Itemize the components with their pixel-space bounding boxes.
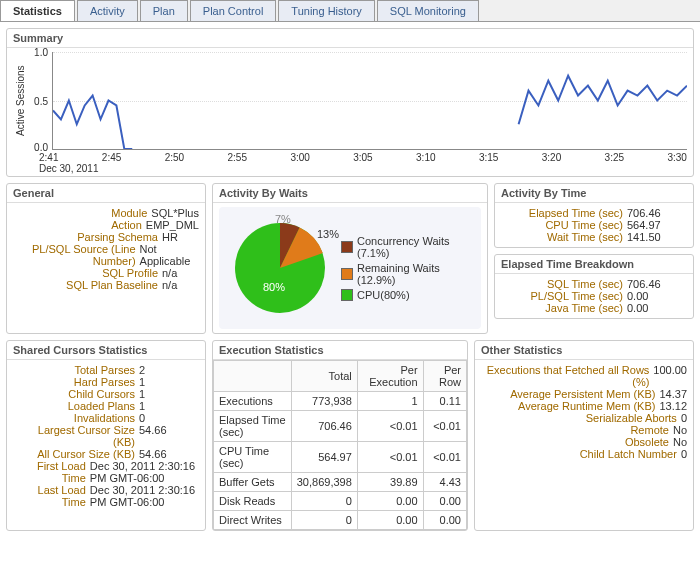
kv-row: Child Latch Number0 (481, 448, 687, 460)
kv-value: 13.12 (659, 400, 687, 412)
kv-row: SQL Profilen/a (13, 267, 199, 279)
tab-sql-monitoring[interactable]: SQL Monitoring (377, 0, 479, 21)
kv-label: Child Cursors (13, 388, 135, 400)
other-title: Other Statistics (475, 341, 693, 360)
kv-label: Last Load Time (13, 484, 86, 508)
kv-value: 0.00 (627, 302, 648, 314)
kv-row: PL/SQL Source (Line Number)Not Applicabl… (13, 243, 199, 267)
kv-label: PL/SQL Source (Line Number) (13, 243, 136, 267)
tab-plan[interactable]: Plan (140, 0, 188, 21)
kv-value: 0.00 (627, 290, 648, 302)
exec-panel: Execution Statistics TotalPer ExecutionP… (212, 340, 468, 531)
kv-value: No (673, 436, 687, 448)
table-cell: CPU Time (sec) (214, 442, 292, 473)
kv-label: Average Persistent Mem (KB) (481, 388, 655, 400)
general-panel: General ModuleSQL*PlusActionEMP_DMLParsi… (6, 183, 206, 334)
kv-value: 0 (681, 448, 687, 460)
kv-row: Parsing SchemaHR (13, 231, 199, 243)
kv-value: 706.46 (627, 278, 661, 290)
ytick: 1.0 (28, 47, 48, 58)
waits-title: Activity By Waits (213, 184, 487, 203)
table-cell: <0.01 (423, 442, 466, 473)
kv-value: 1 (139, 376, 145, 388)
legend-color-icon (341, 241, 353, 253)
kv-label: Largest Cursor Size (KB) (13, 424, 135, 448)
kv-label: CPU Time (sec) (501, 219, 623, 231)
tab-activity[interactable]: Activity (77, 0, 138, 21)
table-cell: 0.00 (357, 511, 423, 530)
kv-row: ModuleSQL*Plus (13, 207, 199, 219)
kv-row: Child Cursors1 (13, 388, 199, 400)
breakdown-title: Elapsed Time Breakdown (495, 255, 693, 274)
kv-label: SQL Time (sec) (501, 278, 623, 290)
table-cell: <0.01 (423, 411, 466, 442)
exec-table: TotalPer ExecutionPer Row Executions773,… (213, 360, 467, 530)
waits-panel: Activity By Waits 7% 13% 80% Concurrency… (212, 183, 488, 334)
kv-row: Java Time (sec)0.00 (501, 302, 687, 314)
kv-label: PL/SQL Time (sec) (501, 290, 623, 302)
table-row: Buffer Gets30,869,39839.894.43 (214, 473, 467, 492)
kv-value: 0 (139, 412, 145, 424)
kv-value: 141.50 (627, 231, 661, 243)
kv-label: Elapsed Time (sec) (501, 207, 623, 219)
kv-value: 706.46 (627, 207, 661, 219)
kv-label: Child Latch Number (481, 448, 677, 460)
kv-label: Total Parses (13, 364, 135, 376)
kv-label: Obsolete (481, 436, 669, 448)
bytime-panel: Activity By Time Elapsed Time (sec)706.4… (494, 183, 694, 248)
kv-row: Last Load TimeDec 30, 2011 2:30:16 PM GM… (13, 484, 199, 508)
table-cell: 564.97 (291, 442, 357, 473)
kv-row: ObsoleteNo (481, 436, 687, 448)
xdate: Dec 30, 2011 (39, 163, 687, 174)
kv-value: 0 (681, 412, 687, 424)
tab-tuning-history[interactable]: Tuning History (278, 0, 375, 21)
legend-color-icon (341, 289, 353, 301)
table-cell: 0 (291, 492, 357, 511)
pie-label-2: 13% (317, 228, 339, 240)
kv-value: 14.37 (659, 388, 687, 400)
kv-label: SQL Profile (13, 267, 158, 279)
table-cell: <0.01 (357, 411, 423, 442)
pie-label-3: 80% (263, 281, 285, 293)
pie-chart: 7% 13% 80% (225, 213, 335, 323)
table-cell: 0.00 (423, 492, 466, 511)
table-cell: 0 (291, 511, 357, 530)
kv-row: Wait Time (sec)141.50 (501, 231, 687, 243)
table-row: Disk Reads00.000.00 (214, 492, 467, 511)
table-cell: 0.11 (423, 392, 466, 411)
kv-value: 2 (139, 364, 145, 376)
kv-label: Hard Parses (13, 376, 135, 388)
shared-title: Shared Cursors Statistics (7, 341, 205, 360)
exec-title: Execution Statistics (213, 341, 467, 360)
table-cell: 39.89 (357, 473, 423, 492)
table-cell: 1 (357, 392, 423, 411)
kv-row: All Cursor Size (KB)54.66 (13, 448, 199, 460)
kv-row: ActionEMP_DML (13, 219, 199, 231)
pie-legend: Concurrency Waits(7.1%) Remaining Waits(… (341, 232, 450, 304)
tab-plan-control[interactable]: Plan Control (190, 0, 277, 21)
kv-row: Elapsed Time (sec)706.46 (501, 207, 687, 219)
kv-value: n/a (162, 279, 177, 291)
kv-value: n/a (162, 267, 177, 279)
table-row: Direct Writes00.000.00 (214, 511, 467, 530)
kv-value: Dec 30, 2011 2:30:16 PM GMT-06:00 (90, 460, 199, 484)
general-title: General (7, 184, 205, 203)
kv-label: Remote (481, 424, 669, 436)
table-cell: 0.00 (423, 511, 466, 530)
kv-label: Executions that Fetched all Rows (%) (481, 364, 649, 388)
table-cell: <0.01 (357, 442, 423, 473)
tab-statistics[interactable]: Statistics (0, 0, 75, 21)
pie-label-1: 7% (275, 213, 291, 225)
yaxis-label: Active Sessions (13, 52, 28, 150)
table-cell: 706.46 (291, 411, 357, 442)
kv-row: SQL Plan Baselinen/a (13, 279, 199, 291)
kv-row: Executions that Fetched all Rows (%)100.… (481, 364, 687, 388)
table-cell: 0.00 (357, 492, 423, 511)
table-header: Total (291, 361, 357, 392)
table-cell: 4.43 (423, 473, 466, 492)
table-cell: Direct Writes (214, 511, 292, 530)
kv-label: Parsing Schema (13, 231, 158, 243)
kv-label: Module (13, 207, 147, 219)
kv-label: SQL Plan Baseline (13, 279, 158, 291)
kv-value: Dec 30, 2011 2:30:16 PM GMT-06:00 (90, 484, 199, 508)
